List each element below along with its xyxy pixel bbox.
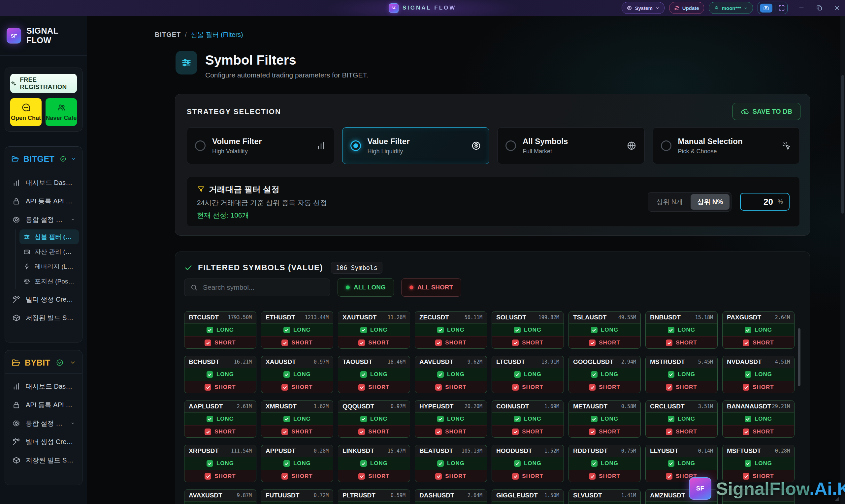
short-toggle[interactable]: SHORT xyxy=(646,381,717,393)
short-toggle[interactable]: SHORT xyxy=(723,336,794,349)
strategy-option-value-filter[interactable]: Value FilterHigh Liquidity xyxy=(342,127,490,164)
short-toggle[interactable]: SHORT xyxy=(569,470,640,482)
grid-scrollbar[interactable] xyxy=(798,328,800,386)
long-toggle[interactable]: LONG xyxy=(261,412,333,425)
bybit-panel-header[interactable]: BYBIT xyxy=(5,350,82,374)
long-toggle[interactable]: LONG xyxy=(338,501,410,504)
sidebar-item-api-settings[interactable]: API 등록 API Settings xyxy=(8,192,79,210)
long-toggle[interactable]: LONG xyxy=(338,412,410,425)
long-toggle[interactable]: LONG xyxy=(723,368,794,381)
short-toggle[interactable]: SHORT xyxy=(569,336,640,349)
short-toggle[interactable]: SHORT xyxy=(723,425,794,438)
long-toggle[interactable]: LONG xyxy=(415,457,487,470)
close-button[interactable] xyxy=(834,5,840,11)
sidebar-item-settings[interactable]: 통합 설정 Settings xyxy=(8,414,79,432)
short-toggle[interactable]: SHORT xyxy=(646,425,717,438)
minimize-button[interactable] xyxy=(798,5,805,11)
short-toggle[interactable]: SHORT xyxy=(415,425,487,438)
all-short-button[interactable]: ALL SHORT xyxy=(401,278,461,297)
long-toggle[interactable]: LONG xyxy=(646,323,717,336)
short-toggle[interactable]: SHORT xyxy=(261,425,333,438)
long-toggle[interactable]: LONG xyxy=(492,368,564,381)
long-toggle[interactable]: LONG xyxy=(569,412,640,425)
sidebar-item-saved-builds[interactable]: 저장된 빌드 Saved Builds xyxy=(8,451,79,469)
radio-all-symbols[interactable] xyxy=(505,140,516,151)
long-toggle[interactable]: LONG xyxy=(261,323,333,336)
long-toggle[interactable]: LONG xyxy=(415,501,487,504)
breadcrumb-current[interactable]: 심볼 필터 (Filters) xyxy=(191,30,243,39)
system-menu-button[interactable]: System xyxy=(622,2,664,14)
long-toggle[interactable]: LONG xyxy=(646,501,717,504)
short-toggle[interactable]: SHORT xyxy=(185,470,256,482)
long-toggle[interactable]: LONG xyxy=(185,457,256,470)
short-toggle[interactable]: SHORT xyxy=(338,336,410,349)
sidebar-item-position[interactable]: 포지션 (Position) xyxy=(19,274,79,289)
sidebar-item-saved-builds[interactable]: 저장된 빌드 Saved Builds xyxy=(8,308,79,327)
all-long-button[interactable]: ALL LONG xyxy=(338,278,394,297)
user-menu-button[interactable]: moon*** xyxy=(709,2,753,14)
long-toggle[interactable]: LONG xyxy=(723,412,794,425)
radio-value-filter[interactable] xyxy=(350,140,361,151)
maximize-button[interactable] xyxy=(816,5,823,11)
long-toggle[interactable]: LONG xyxy=(338,457,410,470)
radio-volume-filter[interactable] xyxy=(195,140,206,151)
long-toggle[interactable]: LONG xyxy=(261,368,333,381)
long-toggle[interactable]: LONG xyxy=(338,323,410,336)
long-toggle[interactable]: LONG xyxy=(415,323,487,336)
long-toggle[interactable]: LONG xyxy=(492,412,564,425)
percent-input[interactable] xyxy=(749,196,774,207)
sidebar-item-leverage[interactable]: 레버리지 (Leverage) xyxy=(19,259,79,274)
sidebar-item-api-settings[interactable]: API 등록 API Settings xyxy=(8,396,79,414)
short-toggle[interactable]: SHORT xyxy=(646,336,717,349)
long-toggle[interactable]: LONG xyxy=(723,457,794,470)
short-toggle[interactable]: SHORT xyxy=(185,336,256,349)
page-scrollbar-thumb[interactable] xyxy=(841,75,844,214)
short-toggle[interactable]: SHORT xyxy=(415,470,487,482)
short-toggle[interactable]: SHORT xyxy=(415,381,487,393)
long-toggle[interactable]: LONG xyxy=(646,412,717,425)
long-toggle[interactable]: LONG xyxy=(646,457,717,470)
long-toggle[interactable]: LONG xyxy=(185,501,256,504)
short-toggle[interactable]: SHORT xyxy=(492,381,564,393)
radio-manual-selection[interactable] xyxy=(661,140,671,151)
breadcrumb-root[interactable]: BITGET xyxy=(155,31,181,39)
sidebar-item-dashboard[interactable]: 대시보드 Dashboard xyxy=(8,174,79,192)
short-toggle[interactable]: SHORT xyxy=(338,381,410,393)
toggle-option[interactable]: 상위 N% xyxy=(691,194,729,210)
long-toggle[interactable]: LONG xyxy=(185,323,256,336)
bitget-panel-header[interactable]: BITGET xyxy=(5,147,82,170)
sidebar-item-assets[interactable]: 자산 관리 (Assets) xyxy=(19,244,79,259)
strategy-option-all-symbols[interactable]: All SymbolsFull Market xyxy=(497,127,645,164)
long-toggle[interactable]: LONG xyxy=(723,501,794,504)
long-toggle[interactable]: LONG xyxy=(415,368,487,381)
update-button[interactable]: Update xyxy=(669,2,704,14)
short-toggle[interactable]: SHORT xyxy=(492,470,564,482)
long-toggle[interactable]: LONG xyxy=(261,501,333,504)
short-toggle[interactable]: SHORT xyxy=(338,470,410,482)
save-to-db-button[interactable]: SAVE TO DB xyxy=(732,103,800,120)
free-registration-button[interactable]: FREE REGISTRATION xyxy=(10,74,77,93)
long-toggle[interactable]: LONG xyxy=(569,457,640,470)
short-toggle[interactable]: SHORT xyxy=(261,381,333,393)
short-toggle[interactable]: SHORT xyxy=(261,336,333,349)
short-toggle[interactable]: SHORT xyxy=(185,425,256,438)
long-toggle[interactable]: LONG xyxy=(569,501,640,504)
naver-cafe-button[interactable]: Naver Cafe xyxy=(46,98,77,126)
short-toggle[interactable]: SHORT xyxy=(492,425,564,438)
strategy-option-manual-selection[interactable]: Manual SelectionPick & Choose xyxy=(653,127,800,164)
open-chat-button[interactable]: Open Chat xyxy=(10,98,41,126)
short-toggle[interactable]: SHORT xyxy=(338,425,410,438)
strategy-option-volume-filter[interactable]: Volume FilterHigh Volatility xyxy=(187,127,334,164)
toggle-option[interactable]: 상위 N개 xyxy=(650,194,689,210)
short-toggle[interactable]: SHORT xyxy=(492,336,564,349)
long-toggle[interactable]: LONG xyxy=(492,323,564,336)
long-toggle[interactable]: LONG xyxy=(185,368,256,381)
region-capture-button[interactable] xyxy=(778,4,785,12)
sidebar-item-filters[interactable]: 심볼 필터 (Filters) xyxy=(19,230,79,244)
short-toggle[interactable]: SHORT xyxy=(185,381,256,393)
short-toggle[interactable]: SHORT xyxy=(723,381,794,393)
sidebar-item-create-builder[interactable]: 빌더 생성 Create Builder xyxy=(8,432,79,451)
long-toggle[interactable]: LONG xyxy=(261,457,333,470)
long-toggle[interactable]: LONG xyxy=(569,368,640,381)
long-toggle[interactable]: LONG xyxy=(723,323,794,336)
